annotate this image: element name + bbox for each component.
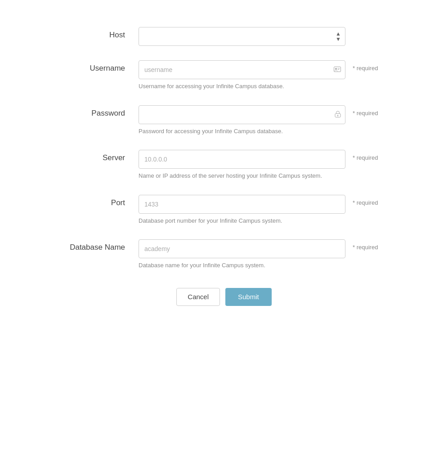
database-name-input-wrapper: [139, 239, 345, 258]
database-name-label: Database Name: [49, 239, 139, 252]
port-field-wrapper: Database port number for your Infinite C…: [139, 195, 345, 225]
username-field-wrapper: Username for accessing your Infinite Cam…: [139, 60, 345, 91]
port-hint: Database port number for your Infinite C…: [139, 216, 345, 225]
database-name-row: Database Name Database name for your Inf…: [49, 239, 399, 270]
password-label: Password: [49, 105, 139, 118]
database-name-field-wrapper: Database name for your Infinite Campus s…: [139, 239, 345, 270]
host-row: Host ▲ ▼: [49, 27, 399, 46]
database-name-hint: Database name for your Infinite Campus s…: [139, 261, 345, 270]
port-input-wrapper: [139, 195, 345, 214]
port-row: Port Database port number for your Infin…: [49, 195, 399, 225]
port-required: * required: [345, 195, 399, 206]
server-input-wrapper: [139, 150, 345, 169]
database-name-required: * required: [345, 239, 399, 251]
host-field-wrapper: ▲ ▼: [139, 27, 345, 46]
submit-button[interactable]: Submit: [225, 288, 272, 306]
server-input[interactable]: [139, 150, 345, 169]
password-hint: Password for accessing your Infinite Cam…: [139, 127, 345, 136]
server-row: Server Name or IP address of the server …: [49, 150, 399, 180]
password-required: * required: [345, 105, 399, 117]
password-input-wrapper: [139, 105, 345, 124]
host-select[interactable]: [139, 27, 345, 46]
form-actions: Cancel Submit: [49, 288, 399, 324]
server-field-wrapper: Name or IP address of the server hosting…: [139, 150, 345, 180]
username-hint: Username for accessing your Infinite Cam…: [139, 82, 345, 91]
host-label: Host: [49, 27, 139, 40]
password-row: Password Password for accessing your Inf…: [49, 105, 399, 136]
database-name-input[interactable]: [139, 239, 345, 258]
password-field-wrapper: Password for accessing your Infinite Cam…: [139, 105, 345, 136]
password-input[interactable]: [139, 105, 345, 124]
username-required: * required: [345, 60, 399, 72]
username-input[interactable]: [139, 60, 345, 79]
host-select-wrapper: ▲ ▼: [139, 27, 345, 46]
username-input-wrapper: [139, 60, 345, 79]
cancel-button[interactable]: Cancel: [176, 288, 220, 306]
server-hint: Name or IP address of the server hosting…: [139, 171, 345, 180]
server-label: Server: [49, 150, 139, 162]
form-container: Host ▲ ▼ Username: [22, 27, 426, 324]
port-input[interactable]: [139, 195, 345, 214]
host-required: [345, 27, 399, 31]
port-label: Port: [49, 195, 139, 207]
username-row: Username Username for accessing your Inf…: [49, 60, 399, 91]
username-label: Username: [49, 60, 139, 73]
server-required: * required: [345, 150, 399, 161]
